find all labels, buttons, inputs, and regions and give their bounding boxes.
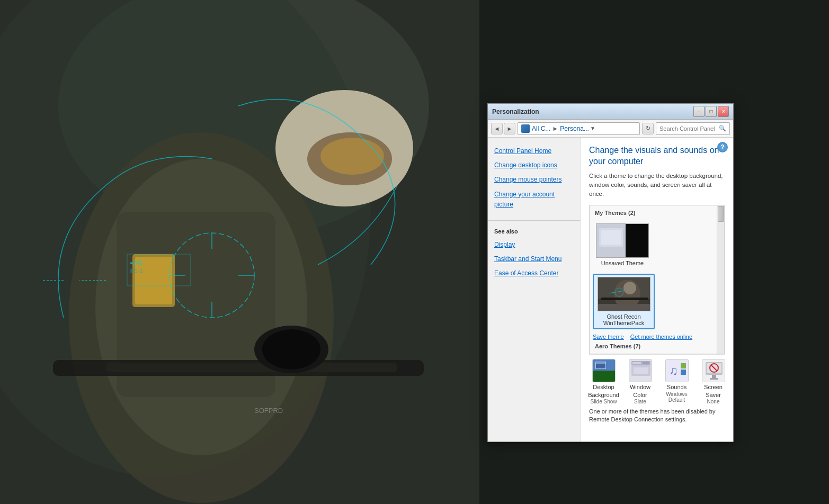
svg-rect-55 [681,370,686,375]
see-also-section: See also Display Taskbar and Start Menu … [488,220,580,281]
refresh-button[interactable]: ↻ [642,123,654,134]
svg-rect-49 [643,362,646,364]
minimize-button[interactable]: – [693,106,705,117]
desktop-bg-icon [592,359,616,382]
window-color-label: WindowColor [630,383,650,399]
search-input[interactable] [659,125,719,132]
nav-buttons: ◄ ► [491,123,515,134]
theme-links: Save theme Get more themes online [593,334,712,340]
svg-rect-62 [710,378,718,380]
svg-rect-50 [646,362,649,364]
breadcrumb-all[interactable]: All C... [532,125,550,132]
bottom-item-screen-saver[interactable]: Screen Saver None [699,359,728,404]
themes-row-my: Unsaved Theme [593,220,712,329]
breadcrumb-bar[interactable]: All C... ► Persona... ▼ [518,122,640,135]
svg-rect-36 [601,298,648,300]
remote-desktop-notice: One or more of the themes has been disab… [589,408,725,424]
see-also-title: See also [488,227,580,236]
svg-rect-44 [596,362,605,364]
main-title: Change the visuals and sounds on your co… [589,145,725,167]
svg-rect-61 [712,375,716,378]
close-button[interactable]: ✕ [718,106,729,117]
my-themes-label: My Themes (2) [593,209,712,217]
svg-text:0X5-2: 0X5-2 [130,269,142,274]
sidebar-item-change-desktop-icons[interactable]: Change desktop icons [488,158,580,173]
sounds-sublabel: Windows Default [662,391,691,403]
themes-container: My Themes (2) [589,205,725,354]
theme-item-ghost-recon[interactable]: Ghost Recon WinThemePack [593,274,655,329]
screen-saver-label: Screen Saver [699,383,728,399]
window-color-icon [629,359,652,382]
svg-rect-51 [634,367,648,374]
theme-label-ghost-recon: Ghost Recon WinThemePack [596,313,652,326]
desktop-bg-sublabel: Slide Show [590,399,617,404]
search-icon: 🔍 [719,125,726,132]
svg-rect-39 [598,304,650,311]
theme-item-unsaved[interactable]: Unsaved Theme [593,220,652,269]
aero-themes-label: Aero Themes (7) [593,342,712,350]
themes-scroll-area: My Themes (2) [593,209,721,350]
main-description: Click a theme to change the desktop back… [589,172,725,199]
content-area: Control Panel Home Change desktop icons … [488,138,733,442]
bottom-item-sounds[interactable]: ♫ Sounds Windows Default [662,359,691,402]
svg-text:SOFPRD: SOFPRD [254,407,283,415]
svg-rect-54 [681,363,686,368]
themes-scrollbar[interactable] [717,205,724,354]
window-color-sublabel: Slate [634,399,646,404]
svg-point-9 [320,138,384,175]
bottom-section: DesktopBackground Slide Show [589,354,725,404]
sidebar-item-taskbar[interactable]: Taskbar and Start Menu [488,252,580,266]
sounds-icon: ♫ [665,359,689,382]
scrollbar-thumb[interactable] [718,206,724,222]
save-theme-link[interactable]: Save theme [593,334,624,340]
screen-saver-sublabel: None [707,399,720,404]
forward-button[interactable]: ► [504,123,515,134]
breadcrumb-sep1: ► [552,125,558,132]
bottom-item-desktop-bg[interactable]: DesktopBackground Slide Show [589,359,618,404]
svg-rect-31 [601,230,621,245]
svg-point-35 [623,282,636,294]
breadcrumb-persona[interactable]: Persona... [560,125,589,132]
breadcrumb-dropdown[interactable]: ▼ [590,125,595,131]
main-content: ? Change the visuals and sounds on your … [581,138,733,442]
sidebar-item-control-panel-home[interactable]: Control Panel Home [488,144,580,158]
theme-label-unsaved: Unsaved Theme [601,260,644,266]
window-title: Personalization [492,108,539,115]
bottom-item-window-color[interactable]: WindowColor Slate [626,359,655,404]
window-controls: – □ ✕ [693,106,729,117]
svg-rect-11 [106,363,397,372]
sidebar-item-display[interactable]: Display [488,238,580,252]
screen-saver-icon [702,359,725,382]
theme-thumbnail-unsaved [596,223,649,258]
sounds-label: Sounds [667,383,687,391]
back-button[interactable]: ◄ [491,123,503,134]
maximize-button[interactable]: □ [706,106,717,117]
address-bar: ◄ ► All C... ► Persona... ▼ ↻ 🔍 [488,120,733,138]
left-sidebar: Control Panel Home Change desktop icons … [488,138,581,442]
desktop-bg-label: DesktopBackground [588,383,619,399]
more-themes-link[interactable]: Get more themes online [630,334,692,340]
svg-text:♫: ♫ [669,364,678,377]
breadcrumb-icon [521,124,530,133]
svg-rect-41 [593,371,615,382]
svg-rect-48 [632,362,641,364]
svg-point-13 [262,329,320,370]
help-button[interactable]: ? [717,142,728,152]
sidebar-item-change-mouse-pointers[interactable]: Change mouse pointers [488,173,580,187]
sidebar-item-change-account-picture[interactable]: Change your account picture [488,187,580,212]
svg-text:=24ß: =24ß [130,260,142,266]
search-bar: 🔍 [656,122,730,135]
window-titlebar: Personalization – □ ✕ [488,104,733,120]
control-panel-window: Personalization – □ ✕ ◄ ► All C... ► Per… [487,103,734,442]
svg-rect-29 [626,224,649,258]
sidebar-item-ease-of-access[interactable]: Ease of Access Center [488,266,580,281]
theme-thumbnail-ghost-recon [598,277,650,311]
